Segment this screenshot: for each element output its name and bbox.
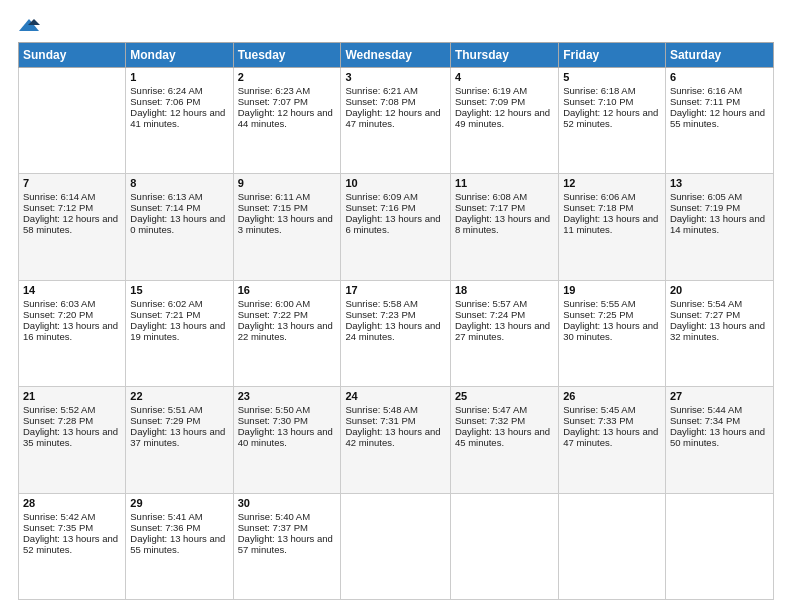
daylight-text: Daylight: 13 hours and 8 minutes. (455, 213, 554, 235)
sunrise-text: Sunrise: 5:58 AM (345, 298, 445, 309)
sunrise-text: Sunrise: 6:06 AM (563, 191, 661, 202)
day-number: 23 (238, 390, 337, 402)
sunset-text: Sunset: 7:23 PM (345, 309, 445, 320)
calendar-day-cell: 9 Sunrise: 6:11 AM Sunset: 7:15 PM Dayli… (233, 174, 341, 280)
day-number: 26 (563, 390, 661, 402)
sunrise-text: Sunrise: 6:11 AM (238, 191, 337, 202)
calendar-day-cell: 3 Sunrise: 6:21 AM Sunset: 7:08 PM Dayli… (341, 68, 450, 174)
day-number: 9 (238, 177, 337, 189)
calendar-week-row: 28 Sunrise: 5:42 AM Sunset: 7:35 PM Dayl… (19, 493, 774, 599)
sunrise-text: Sunrise: 6:03 AM (23, 298, 121, 309)
daylight-text: Daylight: 12 hours and 55 minutes. (670, 107, 769, 129)
calendar-day-cell: 19 Sunrise: 5:55 AM Sunset: 7:25 PM Dayl… (559, 280, 666, 386)
sunset-text: Sunset: 7:20 PM (23, 309, 121, 320)
daylight-text: Daylight: 13 hours and 32 minutes. (670, 320, 769, 342)
sunrise-text: Sunrise: 5:41 AM (130, 511, 228, 522)
sunrise-text: Sunrise: 5:55 AM (563, 298, 661, 309)
calendar-header-cell: Sunday (19, 43, 126, 68)
logo (18, 18, 40, 34)
day-number: 4 (455, 71, 554, 83)
sunset-text: Sunset: 7:21 PM (130, 309, 228, 320)
day-number: 18 (455, 284, 554, 296)
sunset-text: Sunset: 7:35 PM (23, 522, 121, 533)
day-number: 24 (345, 390, 445, 402)
day-number: 13 (670, 177, 769, 189)
sunset-text: Sunset: 7:31 PM (345, 415, 445, 426)
daylight-text: Daylight: 13 hours and 57 minutes. (238, 533, 337, 555)
calendar-day-cell: 13 Sunrise: 6:05 AM Sunset: 7:19 PM Dayl… (665, 174, 773, 280)
day-number: 10 (345, 177, 445, 189)
calendar-week-row: 21 Sunrise: 5:52 AM Sunset: 7:28 PM Dayl… (19, 387, 774, 493)
calendar-day-cell: 23 Sunrise: 5:50 AM Sunset: 7:30 PM Dayl… (233, 387, 341, 493)
sunrise-text: Sunrise: 5:51 AM (130, 404, 228, 415)
calendar-day-cell: 10 Sunrise: 6:09 AM Sunset: 7:16 PM Dayl… (341, 174, 450, 280)
calendar-header-cell: Thursday (450, 43, 558, 68)
sunset-text: Sunset: 7:22 PM (238, 309, 337, 320)
day-number: 25 (455, 390, 554, 402)
calendar-day-cell: 17 Sunrise: 5:58 AM Sunset: 7:23 PM Dayl… (341, 280, 450, 386)
header (18, 18, 774, 34)
day-number: 11 (455, 177, 554, 189)
sunset-text: Sunset: 7:25 PM (563, 309, 661, 320)
sunrise-text: Sunrise: 6:13 AM (130, 191, 228, 202)
calendar-day-cell: 1 Sunrise: 6:24 AM Sunset: 7:06 PM Dayli… (126, 68, 233, 174)
day-number: 20 (670, 284, 769, 296)
day-number: 1 (130, 71, 228, 83)
sunset-text: Sunset: 7:24 PM (455, 309, 554, 320)
day-number: 28 (23, 497, 121, 509)
daylight-text: Daylight: 13 hours and 3 minutes. (238, 213, 337, 235)
sunset-text: Sunset: 7:34 PM (670, 415, 769, 426)
sunrise-text: Sunrise: 6:24 AM (130, 85, 228, 96)
calendar-day-cell: 28 Sunrise: 5:42 AM Sunset: 7:35 PM Dayl… (19, 493, 126, 599)
sunset-text: Sunset: 7:09 PM (455, 96, 554, 107)
calendar-day-cell: 30 Sunrise: 5:40 AM Sunset: 7:37 PM Dayl… (233, 493, 341, 599)
daylight-text: Daylight: 12 hours and 41 minutes. (130, 107, 228, 129)
calendar-day-cell: 4 Sunrise: 6:19 AM Sunset: 7:09 PM Dayli… (450, 68, 558, 174)
sunset-text: Sunset: 7:16 PM (345, 202, 445, 213)
daylight-text: Daylight: 12 hours and 52 minutes. (563, 107, 661, 129)
sunset-text: Sunset: 7:15 PM (238, 202, 337, 213)
day-number: 8 (130, 177, 228, 189)
sunrise-text: Sunrise: 5:45 AM (563, 404, 661, 415)
calendar-day-cell: 14 Sunrise: 6:03 AM Sunset: 7:20 PM Dayl… (19, 280, 126, 386)
day-number: 17 (345, 284, 445, 296)
daylight-text: Daylight: 13 hours and 42 minutes. (345, 426, 445, 448)
day-number: 12 (563, 177, 661, 189)
calendar-day-cell: 29 Sunrise: 5:41 AM Sunset: 7:36 PM Dayl… (126, 493, 233, 599)
sunset-text: Sunset: 7:32 PM (455, 415, 554, 426)
sunrise-text: Sunrise: 5:48 AM (345, 404, 445, 415)
calendar-day-cell (559, 493, 666, 599)
calendar-day-cell: 16 Sunrise: 6:00 AM Sunset: 7:22 PM Dayl… (233, 280, 341, 386)
daylight-text: Daylight: 13 hours and 52 minutes. (23, 533, 121, 555)
calendar-day-cell (341, 493, 450, 599)
daylight-text: Daylight: 12 hours and 58 minutes. (23, 213, 121, 235)
day-number: 27 (670, 390, 769, 402)
sunrise-text: Sunrise: 5:52 AM (23, 404, 121, 415)
calendar-body: 1 Sunrise: 6:24 AM Sunset: 7:06 PM Dayli… (19, 68, 774, 600)
calendar-day-cell: 20 Sunrise: 5:54 AM Sunset: 7:27 PM Dayl… (665, 280, 773, 386)
day-number: 7 (23, 177, 121, 189)
calendar-header-cell: Saturday (665, 43, 773, 68)
sunset-text: Sunset: 7:29 PM (130, 415, 228, 426)
logo-icon (18, 18, 40, 32)
calendar-header-cell: Friday (559, 43, 666, 68)
sunrise-text: Sunrise: 5:54 AM (670, 298, 769, 309)
sunrise-text: Sunrise: 5:47 AM (455, 404, 554, 415)
day-number: 21 (23, 390, 121, 402)
calendar-day-cell: 21 Sunrise: 5:52 AM Sunset: 7:28 PM Dayl… (19, 387, 126, 493)
sunset-text: Sunset: 7:14 PM (130, 202, 228, 213)
daylight-text: Daylight: 13 hours and 40 minutes. (238, 426, 337, 448)
sunset-text: Sunset: 7:17 PM (455, 202, 554, 213)
daylight-text: Daylight: 13 hours and 35 minutes. (23, 426, 121, 448)
calendar-day-cell: 8 Sunrise: 6:13 AM Sunset: 7:14 PM Dayli… (126, 174, 233, 280)
calendar-header-cell: Tuesday (233, 43, 341, 68)
day-number: 3 (345, 71, 445, 83)
sunset-text: Sunset: 7:06 PM (130, 96, 228, 107)
sunset-text: Sunset: 7:37 PM (238, 522, 337, 533)
day-number: 30 (238, 497, 337, 509)
day-number: 29 (130, 497, 228, 509)
calendar-day-cell (19, 68, 126, 174)
day-number: 5 (563, 71, 661, 83)
calendar-header-cell: Monday (126, 43, 233, 68)
calendar-day-cell: 11 Sunrise: 6:08 AM Sunset: 7:17 PM Dayl… (450, 174, 558, 280)
